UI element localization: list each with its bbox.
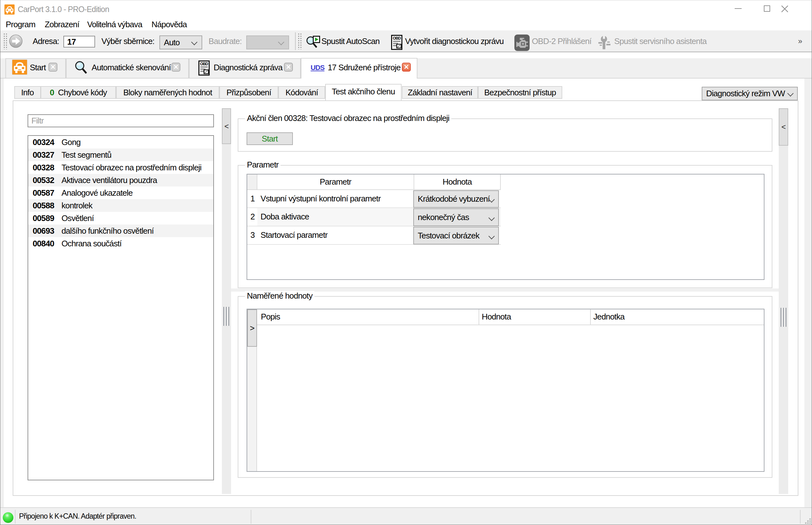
svg-text:OBD: OBD (200, 62, 208, 66)
svg-text:OBD: OBD (393, 36, 401, 41)
